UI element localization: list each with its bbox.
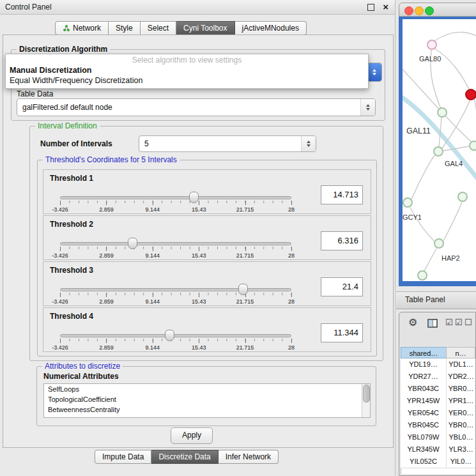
close-icon[interactable]: × (383, 1, 388, 13)
table-cell[interactable]: YDL19… (401, 358, 447, 371)
network-node[interactable] (434, 238, 444, 249)
table-cell[interactable]: YBR045C (401, 419, 447, 431)
slider-handle[interactable] (165, 330, 174, 341)
list-item[interactable]: SelfLoops (44, 384, 370, 394)
table-row[interactable]: YBL079W YBL0… (401, 431, 475, 444)
tab-select[interactable]: Select (141, 21, 176, 35)
screen: Control Panel × Network Style Select Cyn… (0, 0, 476, 476)
table-cell[interactable]: YPR145W (401, 395, 447, 407)
close-traffic-icon[interactable] (404, 6, 413, 15)
slider-track[interactable] (60, 196, 291, 199)
table-data-combobox[interactable]: galFiltered.sif default node (17, 98, 376, 116)
table-row[interactable]: YDR27… YDR2… (401, 371, 475, 383)
table-row[interactable]: YIL052C YIL0… (401, 456, 475, 468)
slider-handle[interactable] (238, 284, 248, 295)
slider-track[interactable] (60, 242, 291, 245)
table-cell[interactable]: YLR3… (447, 443, 475, 456)
deselect-check-icon[interactable]: ☐ (464, 318, 472, 327)
slider-handle[interactable] (189, 192, 199, 203)
slider-handle[interactable] (128, 238, 137, 249)
network-view-window: GAL80 GAL11 GAL4 GCY1 HAP2 (399, 3, 476, 286)
table-cell[interactable]: YBL0… (447, 431, 475, 443)
top-tab-bar: Network Style Select Cyni Toolbox jActiv… (55, 21, 307, 35)
tab-infer-network[interactable]: Infer Network (219, 450, 279, 464)
slider-tick-label: -3.426 (52, 206, 68, 213)
network-window-titlebar[interactable] (399, 3, 476, 17)
dropdown-option-equal-width[interactable]: Equal Width/Frequency Discretization (10, 76, 364, 86)
zoom-traffic-icon[interactable] (425, 6, 434, 15)
table-cell[interactable]: YDL1… (447, 358, 475, 371)
threshold-value-field[interactable]: 14.713 (321, 185, 363, 204)
gear-icon[interactable]: ⚙ (408, 316, 417, 328)
threshold-value-field[interactable]: 11.344 (321, 323, 363, 342)
dropdown-option-manual[interactable]: Manual Discretization (10, 66, 364, 76)
minimize-traffic-icon[interactable] (415, 6, 424, 15)
network-node[interactable] (433, 146, 443, 157)
slider-track[interactable] (60, 334, 291, 337)
tab-jactivemnodules[interactable]: jActiveMNodules (235, 21, 307, 35)
columns-icon[interactable] (427, 319, 438, 328)
tab-impute-data[interactable]: Impute Data (95, 450, 151, 464)
threshold-value-field[interactable]: 6.316 (321, 231, 363, 250)
network-node[interactable] (469, 141, 476, 151)
network-node[interactable] (427, 40, 437, 50)
threshold-value-field[interactable]: 21.4 (321, 277, 363, 296)
minimize-icon[interactable] (367, 4, 374, 11)
table-cell[interactable]: YDR2… (447, 371, 475, 383)
select-check-icon[interactable]: ☑ (455, 318, 463, 327)
slider-major-tick (60, 293, 61, 297)
table-row[interactable]: YPR145W YPR1… (401, 395, 475, 408)
threshold-slider[interactable]: -3.4262.8599.14415.4321.71528 (60, 192, 291, 213)
network-node[interactable] (417, 270, 427, 280)
table-cell[interactable]: YBR0… (447, 419, 475, 431)
table-panel-window: ⚙ ☑ ☑ ☐ shared… n… YDL19… YDL1… YDR27… Y… (399, 312, 476, 476)
scrollbar-thumb[interactable] (363, 385, 370, 403)
slider-track[interactable] (60, 288, 291, 291)
attributes-list[interactable]: SelfLoops TopologicalCoefficient Between… (43, 383, 371, 418)
table-cell[interactable]: YBR0… (447, 383, 475, 395)
control-panel-titlebar[interactable]: Control Panel × (0, 0, 395, 15)
network-canvas[interactable]: GAL80 GAL11 GAL4 GCY1 HAP2 (403, 19, 476, 281)
network-icon (63, 24, 70, 32)
table-cell[interactable]: YBR043C (401, 383, 447, 395)
list-scrollbar[interactable] (362, 384, 370, 417)
apply-button[interactable]: Apply (171, 427, 213, 444)
list-item[interactable]: TopologicalCoefficient (44, 394, 370, 404)
table-cell[interactable]: YIL0… (447, 456, 475, 468)
network-node[interactable] (457, 192, 468, 202)
column-header-shared-name[interactable]: shared… (401, 347, 447, 358)
select-all-check-icon[interactable]: ☑ (445, 318, 453, 327)
network-node[interactable] (403, 197, 413, 208)
tab-cyni-toolbox[interactable]: Cyni Toolbox (176, 21, 234, 35)
column-header-name[interactable]: n… (446, 347, 475, 358)
table-cell[interactable]: YPR1… (447, 395, 475, 407)
num-intervals-combobox[interactable]: 5 (139, 135, 316, 152)
combo-arrows-icon[interactable] (301, 136, 316, 151)
threshold-label: Threshold 3 (50, 266, 93, 275)
combo-arrows-icon[interactable] (367, 63, 381, 81)
table-row[interactable]: YBR045C YBR0… (401, 419, 475, 432)
combo-value: galFiltered.sif default node (17, 103, 360, 112)
threshold-slider[interactable]: -3.4262.8599.14415.4321.71528 (60, 238, 291, 259)
threshold-slider[interactable]: -3.4262.8599.14415.4321.71528 (60, 284, 291, 305)
table-cell[interactable]: YLR345W (401, 443, 447, 456)
table-row[interactable]: YBR043C YBR0… (401, 383, 475, 395)
threshold-slider[interactable]: -3.4262.8599.14415.4321.71528 (60, 330, 291, 351)
network-node[interactable] (437, 107, 447, 118)
table-row[interactable]: YDL19… YDL1… (401, 358, 475, 371)
slider-major-tick (245, 201, 246, 205)
table-cell[interactable]: YER054C (401, 407, 447, 419)
table-row[interactable]: YER054C YER0… (401, 407, 475, 420)
table-row[interactable]: YLR345W YLR3… (401, 443, 475, 456)
list-item[interactable]: BetweennessCentrality (44, 404, 370, 415)
tab-network[interactable]: Network (55, 21, 109, 35)
combo-arrows-icon[interactable] (360, 99, 375, 116)
table-cell[interactable]: YIL052C (401, 456, 447, 468)
tab-discretize-data[interactable]: Discretize Data (151, 450, 218, 464)
combo-value: 5 (139, 139, 301, 148)
table-cell[interactable]: YBL079W (401, 431, 447, 443)
table-cell[interactable]: YDR27… (401, 371, 447, 383)
table-cell[interactable]: YER0… (447, 407, 475, 419)
tab-style[interactable]: Style (109, 21, 141, 35)
network-node-selected[interactable] (465, 89, 476, 100)
